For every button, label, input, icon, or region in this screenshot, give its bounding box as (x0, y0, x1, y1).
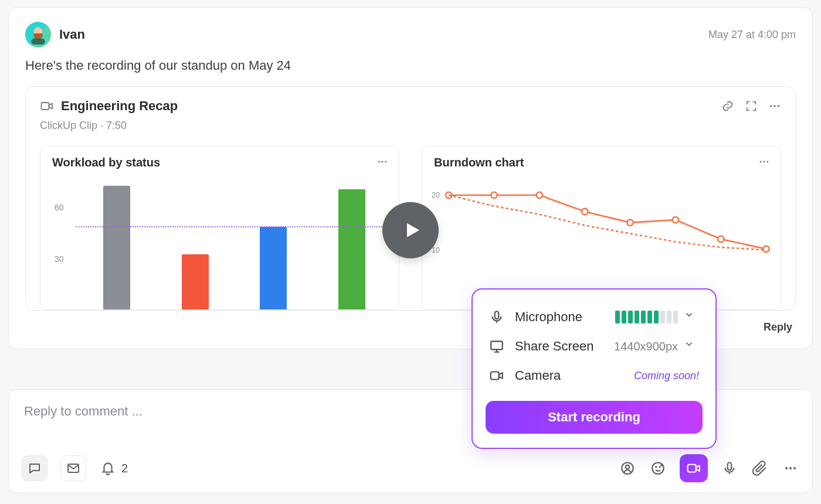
svg-rect-1 (31, 38, 45, 45)
svg-point-11 (766, 161, 768, 162)
comment-body: Here's the recording of our standup on M… (25, 58, 796, 73)
screen-icon (489, 339, 504, 354)
emoji-button[interactable] (649, 459, 667, 477)
svg-point-6 (378, 161, 380, 162)
camera-icon (489, 368, 504, 383)
play-button[interactable] (382, 202, 439, 258)
burndown-chart-title: Burndown chart (434, 156, 769, 169)
comment-timestamp: May 27 at 4:00 pm (708, 29, 796, 41)
workload-bar (182, 254, 209, 309)
share-screen-label: Share Screen (515, 339, 594, 354)
start-recording-button[interactable]: Start recording (486, 401, 703, 434)
svg-point-7 (381, 161, 383, 162)
record-video-button[interactable] (680, 454, 708, 482)
svg-rect-29 (728, 462, 732, 470)
svg-point-3 (770, 105, 772, 107)
svg-rect-28 (688, 465, 696, 472)
assign-button[interactable] (619, 459, 636, 477)
clip-card: Engineering Recap ClickUp Clip · 7:50 (25, 86, 796, 311)
clip-preview: Workload by status 3060 Burndown chart 1… (40, 146, 781, 310)
burndown-chart-panel: Burndown chart 1020 (422, 146, 781, 310)
email-button[interactable] (60, 455, 86, 481)
camera-status: Coming soon! (634, 370, 699, 382)
chevron-down-icon[interactable] (684, 309, 699, 325)
attach-button[interactable] (751, 459, 769, 477)
svg-point-10 (763, 161, 765, 162)
chevron-down-icon[interactable] (684, 339, 699, 354)
svg-point-30 (785, 467, 788, 469)
svg-point-31 (789, 467, 792, 469)
svg-point-21 (763, 246, 769, 252)
workload-chart (76, 182, 389, 309)
workload-chart-panel: Workload by status 3060 (40, 146, 399, 310)
microphone-row[interactable]: Microphone (486, 302, 703, 332)
svg-point-15 (491, 192, 497, 198)
svg-point-27 (660, 466, 660, 467)
microphone-icon (489, 309, 504, 325)
more-tools-icon[interactable] (782, 459, 799, 477)
reply-toolbar: 2 (22, 454, 799, 482)
workload-bar (338, 189, 365, 309)
svg-point-20 (718, 236, 724, 242)
workload-bar (103, 186, 130, 309)
svg-point-24 (626, 465, 630, 469)
clip-duration: 7:50 (106, 120, 127, 131)
svg-rect-33 (495, 311, 499, 319)
notification-count: 2 (121, 462, 128, 475)
author-name[interactable]: Ivan (59, 27, 85, 42)
camera-row: Camera Coming soon! (486, 361, 703, 390)
workload-bar (260, 227, 287, 309)
svg-point-26 (656, 466, 656, 467)
svg-point-32 (793, 467, 796, 469)
expand-icon[interactable] (745, 100, 758, 113)
chat-button[interactable] (22, 455, 48, 481)
microphone-label: Microphone (515, 309, 582, 325)
microphone-level-meter (615, 311, 678, 323)
share-screen-resolution: 1440x900px (614, 340, 678, 353)
comment-header: Ivan May 27 at 4:00 pm (25, 22, 796, 47)
burndown-chart-menu-icon[interactable] (758, 156, 770, 168)
svg-point-9 (760, 161, 762, 162)
notifications-button[interactable] (99, 459, 117, 477)
share-screen-row[interactable]: Share Screen 1440x900px (486, 332, 703, 361)
svg-rect-2 (42, 103, 49, 110)
svg-point-19 (673, 217, 678, 223)
svg-point-18 (627, 220, 633, 226)
svg-point-5 (778, 105, 780, 107)
svg-point-16 (537, 192, 542, 198)
svg-point-17 (582, 209, 588, 214)
clip-title[interactable]: Engineering Recap (61, 98, 178, 114)
clip-actions (721, 100, 781, 113)
more-menu-icon[interactable] (768, 100, 781, 113)
svg-text:20: 20 (432, 191, 440, 199)
copy-link-icon[interactable] (721, 100, 734, 113)
camera-label: Camera (515, 368, 561, 383)
svg-rect-34 (491, 341, 503, 349)
workload-chart-title: Workload by status (52, 156, 387, 169)
record-audio-button[interactable] (721, 459, 738, 477)
author-avatar[interactable] (25, 22, 51, 47)
svg-point-4 (773, 105, 776, 107)
clip-subtitle: ClickUp Clip · 7:50 (40, 120, 781, 132)
clip-source: ClickUp Clip (40, 120, 97, 131)
clip-header: Engineering Recap (40, 98, 781, 114)
svg-rect-35 (491, 372, 499, 380)
workload-chart-menu-icon[interactable] (376, 156, 388, 168)
recording-popover: Microphone Share Screen 1440x900px Camer… (471, 288, 717, 449)
video-clip-icon (40, 99, 54, 113)
svg-point-8 (385, 161, 386, 162)
